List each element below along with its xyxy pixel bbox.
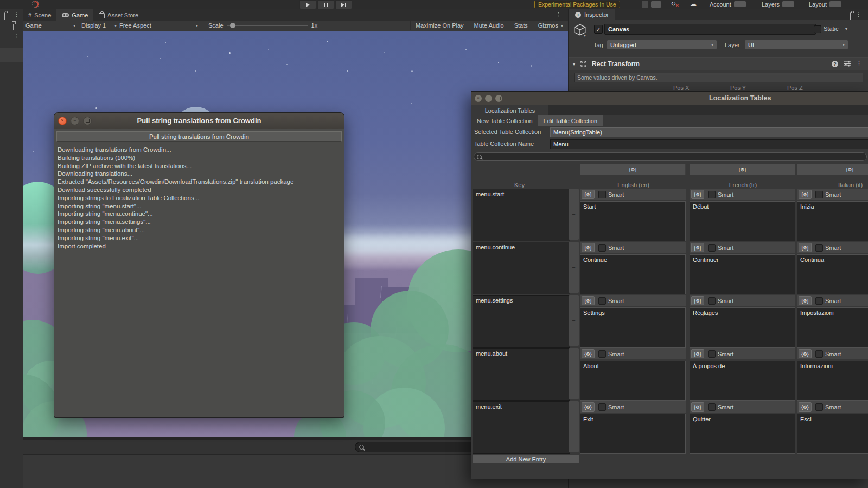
metadata-button[interactable]: {⚙} [691, 402, 704, 412]
key-cell[interactable]: menu.exit [473, 401, 570, 454]
column-settings-bar[interactable]: {⚙} [797, 164, 868, 175]
layers-dropdown[interactable]: Layers [762, 1, 794, 8]
display-dropdown[interactable]: Display 1▾ [81, 21, 117, 30]
smart-checkbox[interactable] [815, 403, 823, 411]
column-header[interactable]: French (fr) [690, 175, 796, 190]
row-handle[interactable]: − [569, 242, 579, 293]
entry-value-field[interactable]: Début [690, 201, 795, 241]
metadata-button[interactable]: {⚙} [691, 296, 704, 305]
game-panel-menu-icon[interactable]: ⋮ [556, 12, 561, 17]
remove-entry-button[interactable]: − [569, 370, 579, 377]
smart-checkbox[interactable] [598, 297, 606, 305]
column-settings-bar[interactable]: {⚙} [580, 164, 686, 175]
stats-button[interactable]: Stats [509, 21, 533, 30]
undo-history-button[interactable] [651, 1, 661, 8]
smart-checkbox[interactable] [815, 244, 823, 252]
metadata-button[interactable]: {⚙} [582, 349, 595, 358]
collab-sync-icon[interactable]: ↻ [671, 0, 676, 8]
metadata-button[interactable]: {⚙} [582, 243, 595, 252]
remove-entry-button[interactable]: − [569, 317, 579, 324]
smart-checkbox[interactable] [598, 350, 606, 358]
maximize-on-play-button[interactable]: Maximize On Play [410, 21, 469, 30]
crowdin-dialog[interactable]: × − Pull string translations from Crowdi… [54, 112, 344, 418]
key-column-header[interactable]: Key [471, 175, 567, 190]
panel-menu-icon-2[interactable]: ⋮ [14, 33, 20, 38]
column-header[interactable]: Italian (it) [797, 175, 868, 190]
entry-value-field[interactable]: Réglages [690, 307, 795, 348]
edit-table-collection-tab[interactable]: Edit Table Collection [538, 115, 603, 126]
entry-value-field[interactable]: Informazioni [797, 361, 868, 401]
presets-icon[interactable] [844, 61, 851, 68]
metadata-button[interactable]: {⚙} [691, 243, 704, 252]
key-cell[interactable]: menu.continue [473, 242, 570, 294]
collection-name-input[interactable]: Menu [550, 139, 868, 149]
window-close-button[interactable]: × [475, 95, 482, 102]
row-handle[interactable]: − [569, 348, 579, 399]
lock-icon[interactable] [4, 13, 5, 20]
inspector-lock-icon[interactable] [850, 13, 851, 20]
scale-slider-knob[interactable] [230, 23, 235, 28]
rect-transform-header[interactable]: ▾ Rect Transform ? ⋮ [569, 57, 868, 70]
smart-checkbox[interactable] [815, 297, 823, 305]
static-checkbox[interactable] [814, 25, 821, 33]
tab-scene[interactable]: # Scene [23, 9, 56, 21]
row-handle[interactable]: − [569, 189, 579, 240]
localization-tables-window[interactable]: × − Localization Tables Localization Tab… [471, 91, 868, 479]
collapsed-panel-handle[interactable] [0, 48, 23, 62]
pause-button[interactable] [317, 0, 334, 9]
foldout-caret[interactable]: ▾ [573, 62, 575, 67]
table-metadata-icon[interactable]: {⚙} [629, 167, 636, 172]
component-menu-icon[interactable]: ⋮ [856, 61, 862, 66]
selected-collection-dropdown[interactable]: Menu(StringTable) [550, 127, 868, 137]
window-maximize-button[interactable] [495, 95, 502, 102]
entry-value-field[interactable]: Impostazioni [797, 307, 868, 348]
inspector-menu-icon[interactable]: ⋮ [856, 11, 861, 17]
static-caret[interactable]: ▾ [845, 27, 847, 31]
entry-value-field[interactable]: Settings [580, 307, 686, 348]
crowdin-titlebar[interactable]: × − Pull string translations from Crowdi… [54, 113, 344, 129]
pull-translations-header-button[interactable]: Pull string translations from Crowdin [56, 131, 342, 142]
play-button[interactable] [299, 0, 316, 9]
rect-tool-icon[interactable] [30, 0, 42, 9]
row-handle[interactable]: − [569, 295, 579, 346]
window-minimize-button[interactable]: − [485, 95, 492, 102]
smart-checkbox[interactable] [708, 191, 716, 198]
entry-value-field[interactable]: Inizia [797, 201, 868, 241]
tag-dropdown[interactable]: Untagged▾ [607, 40, 717, 49]
aspect-ratio-dropdown[interactable]: Free Aspect▾ [119, 21, 198, 30]
key-cell[interactable]: menu.start [473, 189, 570, 241]
icon-picker-caret[interactable]: ▾ [584, 33, 586, 38]
metadata-button[interactable]: {⚙} [799, 243, 812, 252]
tab-inspector[interactable]: i Inspector [569, 9, 615, 20]
metadata-button[interactable]: {⚙} [582, 190, 595, 199]
metadata-button[interactable]: {⚙} [799, 402, 812, 412]
smart-checkbox[interactable] [598, 191, 606, 198]
key-cell[interactable]: menu.about [473, 348, 570, 401]
metadata-button[interactable]: {⚙} [691, 349, 704, 358]
display-target-dropdown[interactable]: Game▾ [25, 21, 75, 30]
metadata-button[interactable]: {⚙} [799, 296, 812, 305]
smart-checkbox[interactable] [815, 191, 823, 198]
step-button[interactable] [335, 0, 352, 9]
tab-game[interactable]: Game [56, 9, 93, 21]
entry-value-field[interactable]: Quitter [690, 414, 795, 454]
metadata-button[interactable]: {⚙} [582, 296, 595, 305]
entry-value-field[interactable]: Start [580, 201, 686, 241]
object-name-field[interactable]: Canvas [604, 24, 816, 35]
key-cell[interactable]: menu.settings [473, 295, 570, 348]
smart-checkbox[interactable] [708, 297, 716, 305]
entry-value-field[interactable]: Continuer [690, 254, 795, 294]
panel-menu-icon[interactable]: ⋮ [14, 11, 20, 17]
entry-value-field[interactable]: Continue [580, 254, 686, 294]
remove-entry-button[interactable]: − [569, 211, 579, 217]
experimental-packages-warning[interactable]: Experimental Packages In Use [534, 1, 620, 8]
gizmos-dropdown[interactable]: Gizmos▾ [533, 21, 568, 30]
row-handle[interactable]: − [569, 401, 579, 452]
table-metadata-icon[interactable]: {⚙} [738, 167, 746, 172]
column-header[interactable]: English (en) [580, 175, 686, 190]
entry-value-field[interactable]: Esci [797, 414, 868, 454]
smart-checkbox[interactable] [708, 403, 716, 411]
table-search-input[interactable] [474, 152, 867, 161]
metadata-button[interactable]: {⚙} [691, 190, 704, 199]
tab-localization-tables[interactable]: Localization Tables [471, 105, 548, 115]
